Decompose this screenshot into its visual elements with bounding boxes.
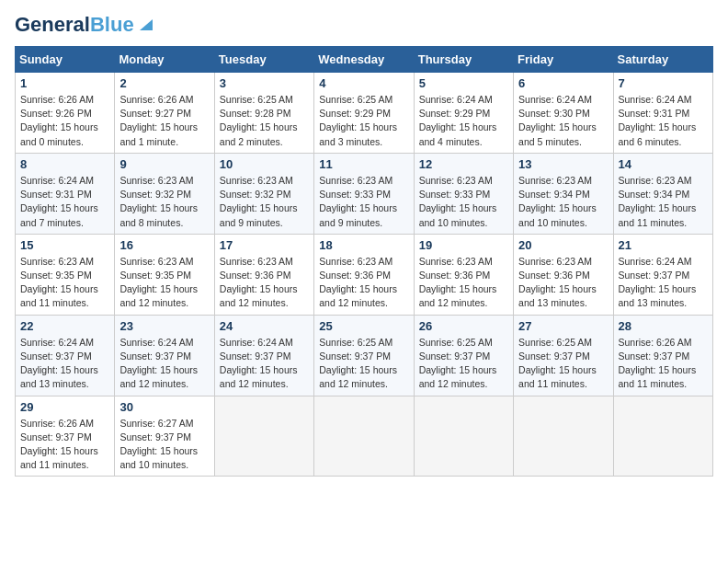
day-number: 23 bbox=[119, 319, 209, 333]
day-cell: 20Sunrise: 6:23 AMSunset: 9:36 PMDayligh… bbox=[514, 234, 613, 315]
calendar-body: 1Sunrise: 6:26 AMSunset: 9:26 PMDaylight… bbox=[16, 73, 713, 477]
day-cell: 21Sunrise: 6:24 AMSunset: 9:37 PMDayligh… bbox=[613, 234, 712, 315]
day-cell: 17Sunrise: 6:23 AMSunset: 9:36 PMDayligh… bbox=[214, 234, 313, 315]
day-number: 20 bbox=[518, 238, 608, 252]
logo: GeneralBlue bbox=[15, 15, 154, 35]
day-info: Sunrise: 6:27 AMSunset: 9:37 PMDaylight:… bbox=[119, 417, 209, 473]
day-cell: 3Sunrise: 6:25 AMSunset: 9:28 PMDaylight… bbox=[214, 73, 313, 154]
day-cell: 5Sunrise: 6:24 AMSunset: 9:29 PMDaylight… bbox=[414, 73, 513, 154]
day-cell: 11Sunrise: 6:23 AMSunset: 9:33 PMDayligh… bbox=[314, 153, 414, 234]
header-row: SundayMondayTuesdayWednesdayThursdayFrid… bbox=[16, 47, 713, 73]
day-cell: 30Sunrise: 6:27 AMSunset: 9:37 PMDayligh… bbox=[115, 396, 214, 477]
day-cell: 8Sunrise: 6:24 AMSunset: 9:31 PMDaylight… bbox=[16, 153, 115, 234]
day-info: Sunrise: 6:25 AMSunset: 9:37 PMDaylight:… bbox=[419, 336, 508, 392]
day-info: Sunrise: 6:23 AMSunset: 9:34 PMDaylight:… bbox=[518, 174, 608, 230]
page-header: GeneralBlue bbox=[15, 15, 713, 35]
day-number: 25 bbox=[319, 319, 408, 333]
day-info: Sunrise: 6:23 AMSunset: 9:36 PMDaylight:… bbox=[319, 255, 408, 311]
day-info: Sunrise: 6:25 AMSunset: 9:28 PMDaylight:… bbox=[220, 93, 309, 149]
day-number: 12 bbox=[419, 157, 508, 171]
week-row-5: 29Sunrise: 6:26 AMSunset: 9:37 PMDayligh… bbox=[16, 396, 713, 477]
day-cell: 28Sunrise: 6:26 AMSunset: 9:37 PMDayligh… bbox=[613, 315, 712, 396]
day-info: Sunrise: 6:26 AMSunset: 9:37 PMDaylight:… bbox=[619, 336, 708, 392]
day-number: 28 bbox=[619, 319, 708, 333]
header-cell-friday: Friday bbox=[514, 47, 613, 73]
day-number: 2 bbox=[119, 76, 209, 90]
day-number: 6 bbox=[518, 76, 608, 90]
day-cell: 29Sunrise: 6:26 AMSunset: 9:37 PMDayligh… bbox=[16, 396, 115, 477]
day-cell: 12Sunrise: 6:23 AMSunset: 9:33 PMDayligh… bbox=[414, 153, 513, 234]
day-info: Sunrise: 6:25 AMSunset: 9:37 PMDaylight:… bbox=[319, 336, 408, 392]
day-number: 22 bbox=[20, 319, 109, 333]
week-row-2: 8Sunrise: 6:24 AMSunset: 9:31 PMDaylight… bbox=[16, 153, 713, 234]
day-info: Sunrise: 6:23 AMSunset: 9:33 PMDaylight:… bbox=[319, 174, 408, 230]
day-cell: 6Sunrise: 6:24 AMSunset: 9:30 PMDaylight… bbox=[514, 73, 613, 154]
day-number: 3 bbox=[220, 76, 309, 90]
day-info: Sunrise: 6:23 AMSunset: 9:33 PMDaylight:… bbox=[419, 174, 508, 230]
day-number: 10 bbox=[220, 157, 309, 171]
calendar-header: SundayMondayTuesdayWednesdayThursdayFrid… bbox=[16, 47, 713, 73]
header-cell-wednesday: Wednesday bbox=[314, 47, 414, 73]
day-number: 11 bbox=[319, 157, 408, 171]
day-number: 27 bbox=[518, 319, 608, 333]
day-info: Sunrise: 6:23 AMSunset: 9:36 PMDaylight:… bbox=[220, 255, 309, 311]
day-info: Sunrise: 6:24 AMSunset: 9:37 PMDaylight:… bbox=[619, 255, 708, 311]
logo-icon bbox=[136, 14, 154, 32]
day-number: 8 bbox=[20, 157, 109, 171]
svg-marker-0 bbox=[140, 19, 153, 30]
day-number: 18 bbox=[319, 238, 408, 252]
day-number: 19 bbox=[419, 238, 508, 252]
week-row-3: 15Sunrise: 6:23 AMSunset: 9:35 PMDayligh… bbox=[16, 234, 713, 315]
header-cell-thursday: Thursday bbox=[414, 47, 513, 73]
day-number: 24 bbox=[220, 319, 309, 333]
day-number: 5 bbox=[419, 76, 508, 90]
day-info: Sunrise: 6:23 AMSunset: 9:36 PMDaylight:… bbox=[419, 255, 508, 311]
day-cell: 24Sunrise: 6:24 AMSunset: 9:37 PMDayligh… bbox=[214, 315, 313, 396]
header-cell-saturday: Saturday bbox=[613, 47, 712, 73]
day-info: Sunrise: 6:25 AMSunset: 9:37 PMDaylight:… bbox=[518, 336, 608, 392]
day-info: Sunrise: 6:24 AMSunset: 9:31 PMDaylight:… bbox=[20, 174, 109, 230]
day-cell: 26Sunrise: 6:25 AMSunset: 9:37 PMDayligh… bbox=[414, 315, 513, 396]
day-info: Sunrise: 6:26 AMSunset: 9:27 PMDaylight:… bbox=[119, 93, 209, 149]
day-cell bbox=[214, 396, 313, 477]
day-cell: 14Sunrise: 6:23 AMSunset: 9:34 PMDayligh… bbox=[613, 153, 712, 234]
day-info: Sunrise: 6:24 AMSunset: 9:37 PMDaylight:… bbox=[220, 336, 309, 392]
calendar-table: SundayMondayTuesdayWednesdayThursdayFrid… bbox=[15, 46, 713, 477]
day-info: Sunrise: 6:26 AMSunset: 9:26 PMDaylight:… bbox=[20, 93, 109, 149]
day-info: Sunrise: 6:23 AMSunset: 9:35 PMDaylight:… bbox=[119, 255, 209, 311]
day-number: 7 bbox=[619, 76, 708, 90]
day-cell: 1Sunrise: 6:26 AMSunset: 9:26 PMDaylight… bbox=[16, 73, 115, 154]
day-cell: 25Sunrise: 6:25 AMSunset: 9:37 PMDayligh… bbox=[314, 315, 414, 396]
day-number: 13 bbox=[518, 157, 608, 171]
day-info: Sunrise: 6:24 AMSunset: 9:37 PMDaylight:… bbox=[20, 336, 109, 392]
day-number: 17 bbox=[220, 238, 309, 252]
day-info: Sunrise: 6:26 AMSunset: 9:37 PMDaylight:… bbox=[20, 417, 109, 473]
day-cell: 27Sunrise: 6:25 AMSunset: 9:37 PMDayligh… bbox=[514, 315, 613, 396]
day-cell: 4Sunrise: 6:25 AMSunset: 9:29 PMDaylight… bbox=[314, 73, 414, 154]
day-info: Sunrise: 6:25 AMSunset: 9:29 PMDaylight:… bbox=[319, 93, 408, 149]
header-cell-tuesday: Tuesday bbox=[214, 47, 313, 73]
header-cell-monday: Monday bbox=[115, 47, 214, 73]
day-number: 30 bbox=[119, 400, 209, 414]
day-info: Sunrise: 6:23 AMSunset: 9:36 PMDaylight:… bbox=[518, 255, 608, 311]
day-cell: 16Sunrise: 6:23 AMSunset: 9:35 PMDayligh… bbox=[115, 234, 214, 315]
day-number: 9 bbox=[119, 157, 209, 171]
day-cell: 15Sunrise: 6:23 AMSunset: 9:35 PMDayligh… bbox=[16, 234, 115, 315]
day-cell bbox=[613, 396, 712, 477]
day-cell bbox=[314, 396, 414, 477]
day-number: 26 bbox=[419, 319, 508, 333]
day-number: 16 bbox=[119, 238, 209, 252]
day-info: Sunrise: 6:24 AMSunset: 9:37 PMDaylight:… bbox=[119, 336, 209, 392]
day-cell: 13Sunrise: 6:23 AMSunset: 9:34 PMDayligh… bbox=[514, 153, 613, 234]
day-cell: 2Sunrise: 6:26 AMSunset: 9:27 PMDaylight… bbox=[115, 73, 214, 154]
day-number: 15 bbox=[20, 238, 109, 252]
logo-text: GeneralBlue bbox=[15, 15, 134, 35]
day-cell bbox=[514, 396, 613, 477]
day-cell: 10Sunrise: 6:23 AMSunset: 9:32 PMDayligh… bbox=[214, 153, 313, 234]
day-info: Sunrise: 6:24 AMSunset: 9:29 PMDaylight:… bbox=[419, 93, 508, 149]
day-cell: 18Sunrise: 6:23 AMSunset: 9:36 PMDayligh… bbox=[314, 234, 414, 315]
week-row-1: 1Sunrise: 6:26 AMSunset: 9:26 PMDaylight… bbox=[16, 73, 713, 154]
day-number: 21 bbox=[619, 238, 708, 252]
day-info: Sunrise: 6:23 AMSunset: 9:35 PMDaylight:… bbox=[20, 255, 109, 311]
day-number: 14 bbox=[619, 157, 708, 171]
